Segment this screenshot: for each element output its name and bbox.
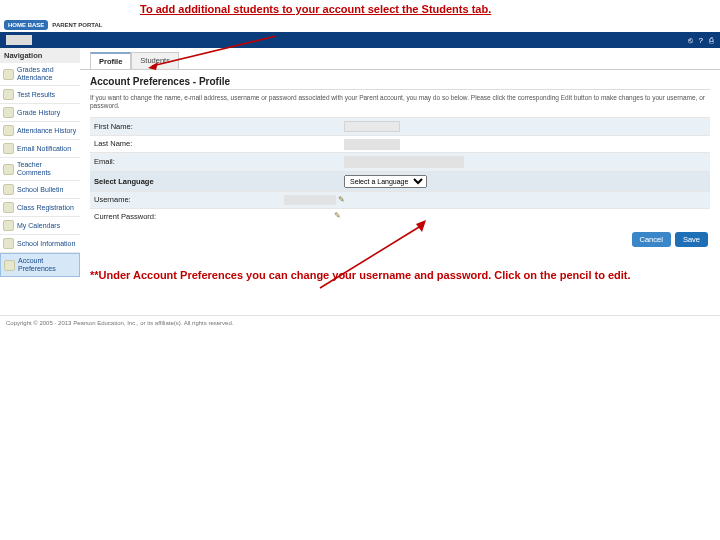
top-bar-actions: ⎋ ? ⎙ <box>688 36 714 45</box>
row-language: Select Language Select a Language <box>90 171 710 191</box>
test-icon <box>3 89 14 100</box>
button-row: Cancel Save <box>90 224 710 249</box>
sidebar-item-label: Account Preferences <box>18 257 76 273</box>
school-icon <box>3 238 14 249</box>
calendar-icon <box>3 220 14 231</box>
sidebar-item-grade-history[interactable]: Grade History <box>0 104 80 122</box>
sidebar-item-label: Grade History <box>17 109 77 117</box>
registration-icon <box>3 202 14 213</box>
panel-description: If you want to change the name, e-mail a… <box>90 94 710 111</box>
email-icon <box>3 143 14 154</box>
sidebar-item-attendance-history[interactable]: Attendance History <box>0 122 80 140</box>
label-password: Current Password: <box>94 212 164 221</box>
edit-username-pencil-icon[interactable]: ✎ <box>338 196 346 204</box>
row-first-name: First Name: <box>90 117 710 135</box>
content-area: Profile Students Account Preferences - P… <box>80 48 720 289</box>
value-first-name-redacted <box>344 121 400 132</box>
sidebar-item-label: My Calendars <box>17 222 77 230</box>
comments-icon <box>3 164 14 175</box>
sidebar-item-label: Attendance History <box>17 127 77 135</box>
preferences-icon <box>4 260 15 271</box>
sidebar-item-school-information[interactable]: School Information <box>0 235 80 253</box>
tabs: Profile Students <box>80 48 720 69</box>
row-last-name: Last Name: <box>90 135 710 152</box>
brand-row: HOME BASE PARENT PORTAL <box>0 18 720 32</box>
sidebar-item-label: Grades and Attendance <box>17 66 77 82</box>
footer-copyright: Copyright © 2005 - 2013 Pearson Educatio… <box>0 315 720 330</box>
value-email-redacted <box>344 156 464 168</box>
sidebar-item-label: Email Notification <box>17 145 77 153</box>
language-select[interactable]: Select a Language <box>344 175 427 188</box>
label-first-name: First Name: <box>94 122 164 131</box>
sidebar-item-label: School Bulletin <box>17 186 77 194</box>
label-language: Select Language <box>94 177 164 186</box>
tab-profile[interactable]: Profile <box>90 52 131 69</box>
sidebar-item-label: School Information <box>17 240 77 248</box>
panel-title: Account Preferences - Profile <box>90 76 710 90</box>
attendance-icon <box>3 125 14 136</box>
label-last-name: Last Name: <box>94 139 164 148</box>
logout-icon[interactable]: ⎋ <box>688 36 693 45</box>
brand-subtitle: PARENT PORTAL <box>52 22 102 28</box>
profile-panel: Account Preferences - Profile If you wan… <box>80 69 720 259</box>
sidebar: Navigation Grades and Attendance Test Re… <box>0 48 80 277</box>
value-username-redacted <box>284 195 336 205</box>
sidebar-item-label: Test Results <box>17 91 77 99</box>
save-button[interactable]: Save <box>675 232 708 247</box>
sidebar-item-grades-attendance[interactable]: Grades and Attendance <box>0 63 80 86</box>
label-email: Email: <box>94 157 164 166</box>
cancel-button[interactable]: Cancel <box>632 232 671 247</box>
bulletin-icon <box>3 184 14 195</box>
row-email: Email: <box>90 152 710 171</box>
sidebar-item-test-results[interactable]: Test Results <box>0 86 80 104</box>
edit-password-pencil-icon[interactable]: ✎ <box>334 212 342 220</box>
label-username: Username: <box>94 195 164 204</box>
value-last-name-redacted <box>344 139 400 149</box>
sidebar-item-account-preferences[interactable]: Account Preferences <box>0 253 80 277</box>
history-icon <box>3 107 14 118</box>
top-bar: ⎋ ? ⎙ <box>0 32 720 48</box>
sidebar-item-class-registration[interactable]: Class Registration <box>0 199 80 217</box>
row-username: Username: ✎ <box>90 191 710 208</box>
grades-icon <box>3 69 14 80</box>
sidebar-item-label: Class Registration <box>17 204 77 212</box>
annotation-bottom: **Under Account Preferences you can chan… <box>80 259 720 289</box>
sidebar-item-my-calendars[interactable]: My Calendars <box>0 217 80 235</box>
student-name-redacted <box>6 35 32 45</box>
tab-students[interactable]: Students <box>131 52 179 69</box>
sidebar-item-label: Teacher Comments <box>17 161 77 177</box>
sidebar-item-teacher-comments[interactable]: Teacher Comments <box>0 158 80 181</box>
row-password: Current Password: ✎ <box>90 208 710 224</box>
sidebar-heading: Navigation <box>0 48 80 63</box>
sidebar-item-school-bulletin[interactable]: School Bulletin <box>0 181 80 199</box>
sidebar-item-email-notification[interactable]: Email Notification <box>0 140 80 158</box>
annotation-top: To add additional students to your accou… <box>0 0 720 18</box>
help-icon[interactable]: ? <box>699 36 703 45</box>
brand-badge: HOME BASE <box>4 20 48 30</box>
print-icon[interactable]: ⎙ <box>709 36 714 45</box>
